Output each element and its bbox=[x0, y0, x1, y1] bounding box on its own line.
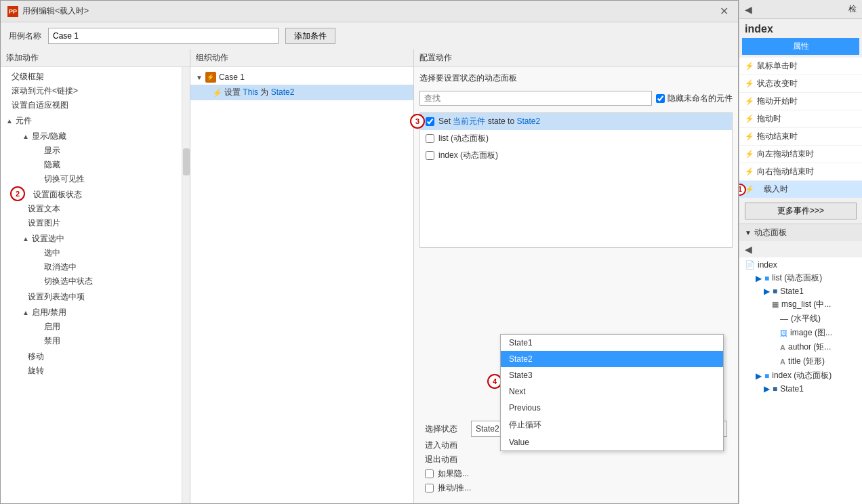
panel-item-list[interactable]: list (动态面板) bbox=[420, 130, 732, 147]
tree-panel-item-state1-index[interactable]: ▶ ■ State1 bbox=[739, 383, 862, 395]
list-item[interactable]: 设置自适应视图 bbox=[1, 98, 182, 112]
tree-panel-item-index-panel[interactable]: ▶ ■ index (动态面板) bbox=[739, 369, 862, 383]
folder-dark-icon: ■ bbox=[773, 384, 777, 394]
exit-anim-label: 退出动画 bbox=[425, 454, 466, 465]
list-item[interactable]: 选中 bbox=[33, 246, 171, 260]
event-list: ⚡ 鼠标单击时 ⚡ 状态改变时 ⚡ 拖动开始时 ⚡ 拖动时 ⚡ 拖动结束时 ⚡ … bbox=[739, 58, 862, 198]
list-item[interactable]: 启用 bbox=[33, 320, 171, 334]
event-item-mouse-click[interactable]: ⚡ 鼠标单击时 bbox=[739, 58, 862, 75]
dropdown-option-next[interactable]: Next bbox=[501, 383, 723, 400]
dialog-titlebar: PP 用例编辑<载入时> ✕ bbox=[1, 1, 738, 22]
lightning-icon: ⚡ bbox=[745, 62, 754, 71]
panel-item-checkbox[interactable] bbox=[426, 134, 434, 143]
arrow-icon: ▲ bbox=[22, 309, 29, 316]
if-hidden-row: 如果隐... bbox=[425, 468, 727, 480]
tree-panel-item-index[interactable]: 📄 index bbox=[739, 259, 862, 271]
action-node[interactable]: ⚡ 设置 This 为 State2 bbox=[190, 85, 413, 100]
lightning-icon: ⚡ bbox=[745, 79, 754, 89]
list-item[interactable]: 移动 bbox=[17, 350, 176, 364]
list-item[interactable]: 父级框架 bbox=[1, 70, 182, 84]
event-item-drag-right-end[interactable]: ⚡ 向右拖动结束时 bbox=[739, 163, 862, 181]
scroll-track[interactable] bbox=[182, 67, 190, 503]
tree-panel-item-msg-list[interactable]: ▦ msg_list (中... bbox=[739, 297, 862, 312]
close-button[interactable]: ✕ bbox=[717, 5, 731, 18]
event-item-label: 状态改变时 bbox=[757, 78, 798, 89]
dropdown-option-state2[interactable]: State2 bbox=[501, 351, 723, 367]
badge-2: 2 bbox=[10, 186, 25, 201]
table-icon: ▦ bbox=[772, 300, 779, 309]
group-set-selected: ▲ 设置选中 选中 取消选中 切换选中状态 bbox=[17, 230, 176, 290]
list-item[interactable]: 禁用 bbox=[33, 334, 171, 348]
tree-panel-item-state1-list[interactable]: ▶ ■ State1 bbox=[739, 285, 862, 297]
event-item-load[interactable]: 1 ⚡ 载入时 bbox=[739, 181, 862, 198]
group-label-enable-disable[interactable]: ▲ 启用/禁用 bbox=[22, 306, 171, 320]
lightning-icon: ⚡ bbox=[745, 114, 754, 124]
case-name-row: 用例名称 添加条件 bbox=[1, 22, 738, 49]
group-label-set-selected[interactable]: ▲ 设置选中 bbox=[22, 232, 171, 246]
event-item-state-change[interactable]: ⚡ 状态改变时 bbox=[739, 75, 862, 93]
state-dropdown-value: State2 bbox=[476, 424, 499, 434]
case-node[interactable]: ▼ ⚡ Case 1 bbox=[190, 70, 413, 85]
group-show-hide: ▲ 显示/隐藏 显示 隐藏 切换可见性 bbox=[17, 128, 176, 188]
group-label-text: 显示/隐藏 bbox=[32, 131, 66, 142]
event-item-drag-end[interactable]: ⚡ 拖动结束时 bbox=[739, 128, 862, 146]
list-item[interactable]: 取消选中 bbox=[33, 260, 171, 274]
organize-content: ▼ ⚡ Case 1 ⚡ 设置 This 为 State2 bbox=[190, 67, 413, 503]
tree-panel-item-image[interactable]: 🖼 image (图... bbox=[739, 326, 862, 340]
panel-item-set-current[interactable]: Set 当前元件 state to State2 bbox=[420, 113, 732, 130]
search-icon: ◀ bbox=[745, 4, 752, 15]
back-icon[interactable]: ◀ bbox=[742, 243, 755, 256]
set-panel-state-item[interactable]: 设置面板状态 bbox=[17, 188, 87, 202]
dropdown-option-state3[interactable]: State3 bbox=[501, 367, 723, 383]
panel-item-checkbox[interactable] bbox=[426, 117, 434, 126]
list-item[interactable]: 滚动到元件<链接> bbox=[1, 84, 182, 98]
tree-panel-item-hline[interactable]: — (水平线) bbox=[739, 312, 862, 326]
list-item[interactable]: 隐藏 bbox=[33, 158, 171, 172]
event-item-label: 鼠标单击时 bbox=[757, 60, 798, 72]
list-item[interactable]: 切换选中状态 bbox=[33, 274, 171, 289]
panel-item-checkbox[interactable] bbox=[426, 151, 434, 160]
dropdown-option-previous[interactable]: Previous bbox=[501, 400, 723, 416]
dynamic-panel-section-header[interactable]: ▼ 动态面板 bbox=[739, 224, 862, 241]
tree-panel-item-list[interactable]: ▶ ■ list (动态面板) bbox=[739, 271, 862, 285]
badge-3: 3 bbox=[410, 114, 425, 129]
if-hidden-checkbox[interactable] bbox=[425, 469, 434, 478]
more-events-button[interactable]: 更多事件>>> bbox=[745, 203, 857, 219]
group-element: ▲ 元件 ▲ 显示/隐藏 显示 bbox=[1, 112, 182, 379]
right-nav-bar: ◀ bbox=[739, 241, 862, 257]
tree-panel: 📄 index ▶ ■ list (动态面板) ▶ ■ State1 ▦ msg… bbox=[739, 257, 862, 504]
tree-panel-item-author[interactable]: A author (矩... bbox=[739, 340, 862, 354]
group-label-show-hide[interactable]: ▲ 显示/隐藏 bbox=[22, 129, 171, 144]
properties-tab[interactable]: 属性 bbox=[742, 38, 859, 55]
tree-panel-item-title[interactable]: A title (矩形) bbox=[739, 354, 862, 369]
action-label: 设置 This 为 State2 bbox=[224, 87, 294, 98]
case-name-input[interactable] bbox=[48, 28, 279, 44]
list-item[interactable]: 设置列表选中项 bbox=[17, 290, 176, 304]
event-item-drag-left-end[interactable]: ⚡ 向左拖动结束时 bbox=[739, 146, 862, 163]
list-item[interactable]: 设置文本 bbox=[17, 202, 176, 216]
panel-item-index[interactable]: index (动态面板) bbox=[420, 147, 732, 164]
group-label-text: 设置选中 bbox=[32, 233, 64, 245]
list-item[interactable]: 切换可见性 bbox=[33, 172, 171, 186]
panel-search-input[interactable] bbox=[419, 91, 652, 106]
scroll-thumb[interactable] bbox=[183, 148, 190, 175]
group-label-text: 启用/禁用 bbox=[32, 307, 66, 318]
hide-unnamed-checkbox[interactable] bbox=[656, 94, 665, 103]
dropdown-option-state1[interactable]: State1 bbox=[501, 335, 723, 351]
event-item-drag[interactable]: ⚡ 拖动时 bbox=[739, 110, 862, 128]
list-item[interactable]: 旋转 bbox=[17, 364, 176, 378]
event-item-drag-start[interactable]: ⚡ 拖动开始时 bbox=[739, 93, 862, 110]
image-icon: 🖼 bbox=[780, 329, 787, 337]
dropdown-option-value[interactable]: Value bbox=[501, 434, 723, 450]
titlebar-left: PP 用例编辑<载入时> bbox=[7, 5, 89, 17]
add-actions-header: 添加动作 bbox=[1, 49, 190, 67]
list-item[interactable]: 显示 bbox=[33, 144, 171, 158]
group-label-element[interactable]: ▲ 元件 bbox=[6, 114, 176, 128]
push-checkbox[interactable] bbox=[425, 484, 434, 492]
action-state: State2 bbox=[271, 87, 295, 97]
list-item[interactable]: 设置图片 bbox=[17, 216, 176, 230]
exit-anim-row: 退出动画 bbox=[425, 454, 727, 465]
hide-unnamed-label[interactable]: 隐藏未命名的元件 bbox=[656, 93, 733, 104]
dropdown-option-stop-loop[interactable]: 停止循环 bbox=[501, 416, 723, 434]
add-condition-button[interactable]: 添加条件 bbox=[285, 28, 335, 44]
